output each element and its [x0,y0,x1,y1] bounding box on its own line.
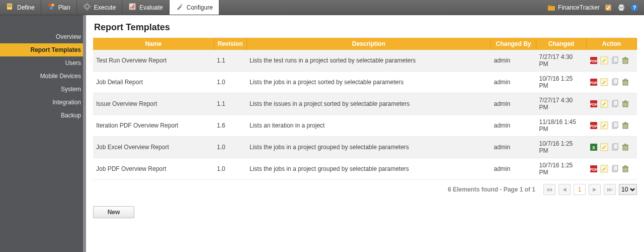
page-size-select[interactable]: 10 [619,184,637,195]
cell-description: Lists an iteration in a project [247,115,491,137]
sidebar-item-integration[interactable]: Integration [0,96,86,109]
cell-changed: 10/7/16 1:25 PM [536,158,587,180]
copy-icon[interactable] [611,143,619,151]
toolbar-tab-configure[interactable]: Configure [170,0,219,15]
table-row: Test Run Overview Report1.1Lists the tes… [93,50,637,72]
svg-rect-23 [619,5,623,7]
pager-prev[interactable]: ◄ [558,184,571,195]
cell-name[interactable]: Test Run Overview Report [93,50,214,72]
edit-icon[interactable] [600,165,608,173]
delete-icon[interactable] [621,143,629,151]
cell-revision: 1.0 [214,158,247,180]
col-header-changedby[interactable]: Changed By [491,38,536,50]
col-header-name[interactable]: Name [93,38,214,50]
delete-icon[interactable] [621,78,629,86]
delete-icon[interactable] [621,56,629,65]
help-icon[interactable]: ? [630,3,639,12]
svg-rect-11 [83,6,85,7]
download-pdf-icon[interactable]: PDF [590,78,598,86]
download-pdf-icon[interactable]: PDF [590,56,598,65]
cell-changedby: admin [491,50,536,72]
svg-rect-16 [133,5,134,9]
toolbar-tab-define[interactable]: Define [0,0,41,15]
project-switcher[interactable]: FinanceTracker [547,4,600,12]
svg-rect-1 [8,5,12,5]
cell-changedby: admin [491,72,536,93]
svg-rect-42 [624,79,626,80]
col-header-description[interactable]: Description [247,38,491,50]
svg-rect-47 [613,100,618,106]
sidebar-item-mobile-devices[interactable]: Mobile Devices [0,70,86,83]
pager-first[interactable]: ⏮ [543,184,555,195]
copy-icon[interactable] [611,100,619,108]
main-layout: OverviewReport TemplatesUsersMobile Devi… [0,15,644,252]
cell-name[interactable]: Job Excel Overview Report [93,137,214,158]
svg-rect-3 [8,7,12,7]
download-pdf-icon[interactable]: PDF [590,165,598,173]
copy-icon[interactable] [611,56,619,65]
toolbar-tab-plan[interactable]: Plan [41,0,77,15]
download-excel-icon[interactable]: X [590,143,598,151]
toolbar-tab-label: Execute [94,4,116,11]
svg-rect-50 [624,100,626,101]
cell-name[interactable]: Issue Overview Report [93,93,214,115]
svg-rect-14 [130,7,131,9]
toolbar-tab-execute[interactable]: Execute [77,0,122,15]
cell-changed: 10/7/16 1:25 PM [536,72,587,93]
pager-current[interactable]: 1 [574,184,586,195]
col-header-changed[interactable]: Changed [536,38,587,50]
edit-icon[interactable] [600,100,608,108]
svg-text:PDF: PDF [590,102,598,107]
svg-rect-9 [87,3,88,4]
sidebar-item-report-templates[interactable]: Report Templates [0,43,86,56]
sidebar-resize-handle[interactable] [83,15,86,252]
pager-last[interactable]: ⏭ [604,184,616,195]
sidebar-item-backup[interactable]: Backup [0,109,86,122]
delete-icon[interactable] [621,100,629,108]
cell-name[interactable]: Job PDF Overview Report [93,158,214,180]
download-pdf-icon[interactable]: PDF [590,100,598,108]
edit-icon[interactable] [600,143,608,151]
cell-actions: PDF [587,115,637,137]
cell-actions: PDF [587,50,637,72]
svg-rect-65 [622,145,628,146]
pager-next[interactable]: ► [589,184,601,195]
edit-icon[interactable] [600,121,608,130]
toolbar-tab-evaluate[interactable]: Evaluate [122,0,170,15]
svg-rect-64 [623,146,628,150]
edit-icon[interactable] [600,56,608,65]
cell-changedby: admin [491,115,536,137]
svg-rect-74 [624,165,626,166]
copy-icon[interactable] [611,78,619,86]
sidebar-item-system[interactable]: System [0,83,86,96]
sidebar-item-overview[interactable]: Overview [0,30,86,43]
svg-rect-48 [623,102,628,107]
sidebar-item-users[interactable]: Users [0,56,86,70]
cell-name[interactable]: Job Detail Report [93,72,214,93]
delete-icon[interactable] [621,165,629,173]
new-button[interactable]: New [93,206,134,218]
svg-point-5 [51,4,54,7]
cell-actions: PDF [587,72,637,93]
cell-changed: 7/27/17 4:30 PM [536,50,587,72]
copy-icon[interactable] [611,165,619,173]
table-row: Job Detail Report1.0Lists the jobs in a … [93,72,637,93]
download-pdf-icon[interactable]: PDF [590,121,598,130]
toolbar-tab-label: Evaluate [139,4,163,11]
toolbar-right: FinanceTracker ? [542,0,644,15]
svg-point-18 [181,4,183,6]
page-title: Report Templates [94,22,637,33]
sidebar-list: OverviewReport TemplatesUsersMobile Devi… [0,30,86,122]
col-header-revision[interactable]: Revision [214,38,247,50]
cell-name[interactable]: Iteration PDF Overview Report [93,115,214,137]
delete-icon[interactable] [621,121,629,130]
copy-icon[interactable] [611,121,619,130]
cell-changedby: admin [491,158,536,180]
cell-description: Lists the issues in a project sorted by … [247,93,491,115]
cell-revision: 1.6 [214,115,247,137]
pin-icon[interactable] [604,3,613,12]
svg-rect-39 [613,79,618,84]
print-icon[interactable] [617,3,626,12]
edit-icon[interactable] [600,78,608,86]
svg-rect-24 [619,9,623,11]
